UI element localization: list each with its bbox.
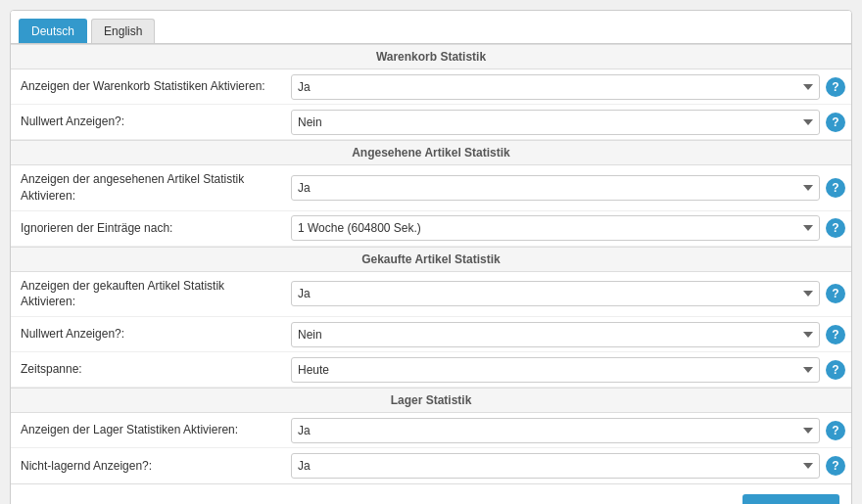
field-label-nicht-lagernd: Nicht-lagernd Anzeigen?: (11, 452, 285, 481)
field-label-nullwert-anzeigen-1: Nullwert Anzeigen?: (11, 108, 285, 136)
save-button[interactable]: Speichern (742, 494, 839, 504)
select-ignorieren-eintraege[interactable]: 1 Woche (604800 Sek.)1 Tag (86400 Sek.)1… (291, 215, 820, 241)
field-control-nullwert-anzeigen-1: JaNein? (285, 106, 851, 139)
section-header-lager-statistik: Lager Statistik (11, 388, 851, 413)
form-row-ignorieren-eintraege: Ignorieren der Einträge nach:1 Woche (60… (11, 211, 851, 247)
field-control-anzeigen-warenkorb: JaNein? (285, 70, 851, 104)
main-container: DeutschEnglish Warenkorb StatistikAnzeig… (10, 10, 852, 504)
help-button-anzeigen-angesehene[interactable]: ? (826, 178, 845, 198)
field-label-zeitspanne: Zeitspanne: (11, 355, 285, 384)
field-label-anzeigen-warenkorb: Anzeigen der Warenkorb Statistiken Aktiv… (11, 72, 285, 101)
field-label-anzeigen-gekaufte: Anzeigen der gekauften Artikel Statistik… (11, 272, 285, 317)
help-button-nicht-lagernd[interactable]: ? (826, 456, 845, 476)
form-row-nullwert-anzeigen-1: Nullwert Anzeigen?:JaNein? (11, 105, 851, 140)
form-row-anzeigen-lager: Anzeigen der Lager Statistiken Aktiviere… (11, 413, 851, 448)
form-row-anzeigen-warenkorb: Anzeigen der Warenkorb Statistiken Aktiv… (11, 69, 851, 105)
form-row-nicht-lagernd: Nicht-lagernd Anzeigen?:JaNein? (11, 448, 851, 483)
field-label-anzeigen-angesehene: Anzeigen der angesehenen Artikel Statist… (11, 165, 285, 210)
select-anzeigen-gekaufte[interactable]: JaNein (291, 281, 820, 306)
help-button-nullwert-anzeigen-2[interactable]: ? (826, 325, 845, 344)
tab-english[interactable]: English (91, 19, 155, 43)
form-row-nullwert-anzeigen-2: Nullwert Anzeigen?:JaNein? (11, 317, 851, 352)
help-button-nullwert-anzeigen-1[interactable]: ? (826, 113, 845, 132)
help-button-ignorieren-eintraege[interactable]: ? (826, 218, 845, 238)
section-header-angesehene-artikel-statistik: Angesehene Artikel Statistik (11, 140, 851, 165)
form-row-zeitspanne: Zeitspanne:HeuteDiese WocheDiesen Monat? (11, 352, 851, 388)
section-header-gekaufte-artikel-statistik: Gekaufte Artikel Statistik (11, 247, 851, 272)
help-button-anzeigen-gekaufte[interactable]: ? (826, 284, 845, 303)
tab-deutsch[interactable]: Deutsch (19, 19, 87, 43)
help-button-zeitspanne[interactable]: ? (826, 360, 845, 380)
select-nullwert-anzeigen-1[interactable]: JaNein (291, 110, 820, 135)
help-button-anzeigen-warenkorb[interactable]: ? (826, 77, 845, 97)
field-label-anzeigen-lager: Anzeigen der Lager Statistiken Aktiviere… (11, 416, 285, 444)
field-control-ignorieren-eintraege: 1 Woche (604800 Sek.)1 Tag (86400 Sek.)1… (285, 211, 851, 245)
form-footer: Speichern (11, 483, 851, 504)
select-anzeigen-angesehene[interactable]: JaNein (291, 175, 820, 201)
field-control-anzeigen-lager: JaNein? (285, 414, 851, 447)
field-label-ignorieren-eintraege: Ignorieren der Einträge nach: (11, 214, 285, 243)
field-label-nullwert-anzeigen-2: Nullwert Anzeigen?: (11, 320, 285, 348)
select-nicht-lagernd[interactable]: JaNein (291, 453, 820, 479)
field-control-zeitspanne: HeuteDiese WocheDiesen Monat? (285, 353, 851, 387)
select-anzeigen-lager[interactable]: JaNein (291, 418, 820, 443)
select-zeitspanne[interactable]: HeuteDiese WocheDiesen Monat (291, 357, 820, 383)
select-nullwert-anzeigen-2[interactable]: JaNein (291, 322, 820, 347)
help-button-anzeigen-lager[interactable]: ? (826, 421, 845, 440)
field-control-anzeigen-gekaufte: JaNein? (285, 277, 851, 310)
section-header-warenkorb-statistik: Warenkorb Statistik (11, 44, 851, 69)
form-row-anzeigen-angesehene: Anzeigen der angesehenen Artikel Statist… (11, 165, 851, 211)
tab-bar: DeutschEnglish (11, 11, 851, 44)
form-area: Warenkorb StatistikAnzeigen der Warenkor… (11, 44, 851, 483)
select-anzeigen-warenkorb[interactable]: JaNein (291, 74, 820, 100)
field-control-nullwert-anzeigen-2: JaNein? (285, 318, 851, 351)
field-control-anzeigen-angesehene: JaNein? (285, 171, 851, 205)
field-control-nicht-lagernd: JaNein? (285, 449, 851, 482)
form-row-anzeigen-gekaufte: Anzeigen der gekauften Artikel Statistik… (11, 272, 851, 318)
